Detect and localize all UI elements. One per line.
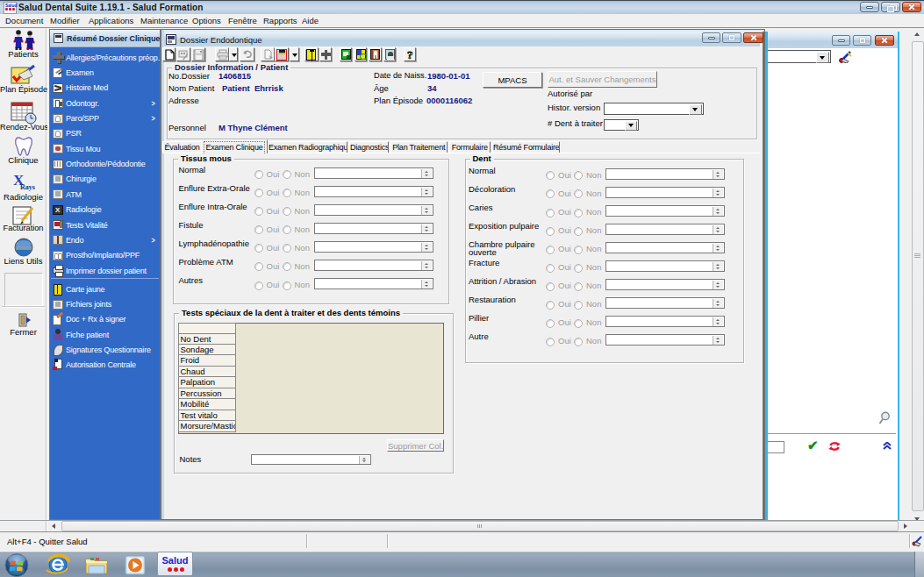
svg-text:?: ? [407,48,413,61]
svg-text:Rays: Rays [20,183,35,191]
